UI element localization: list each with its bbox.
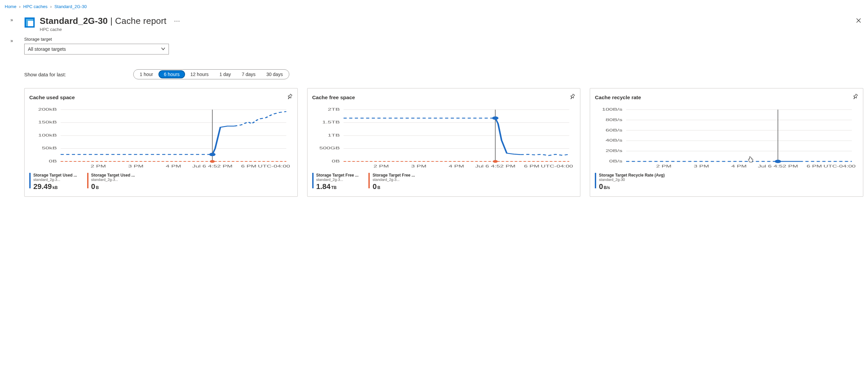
legend-item[interactable]: Storage Target Used ... standard_2g-3...… — [29, 173, 77, 191]
breadcrumb-home[interactable]: Home — [5, 4, 17, 9]
svg-text:4 PM: 4 PM — [166, 164, 181, 168]
breadcrumb-sep-icon: › — [19, 4, 21, 9]
metric-card: Cache free space 2TB1.5TB1TB500GB0B2 PM3… — [307, 88, 581, 197]
card-title: Cache free space — [312, 95, 355, 100]
chart-area[interactable]: 200kB150kB100kB50kB0B2 PM3 PM4 PM6 PMJul… — [29, 104, 293, 171]
chevron-down-icon — [161, 46, 165, 52]
more-actions-button[interactable]: ⋯ — [171, 16, 183, 26]
breadcrumb: Home › HPC caches › Standard_2G-30 — [5, 3, 863, 11]
pin-button[interactable] — [852, 94, 858, 101]
close-button[interactable] — [854, 16, 863, 26]
legend-color-bar — [29, 173, 31, 188]
metric-card: Cache used space 200kB150kB100kB50kB0B2 … — [24, 88, 298, 197]
svg-text:0B/s: 0B/s — [609, 159, 622, 163]
time-range-option[interactable]: 6 hours — [158, 70, 185, 78]
legend: Storage Target Free ... standard_2g-3...… — [312, 173, 576, 191]
page-title: Standard_2G-30 | Cache report — [40, 16, 166, 26]
expand-sidebar-icon[interactable]: » — [10, 38, 13, 197]
time-range-option[interactable]: 1 day — [214, 70, 236, 78]
legend-series-name: Storage Target Recycle Rate (Avg) — [599, 173, 664, 178]
storage-target-dropdown[interactable]: All storage targets — [24, 44, 169, 55]
svg-text:0B: 0B — [49, 159, 57, 163]
svg-point-15 — [209, 153, 216, 156]
card-title: Cache recycle rate — [595, 95, 641, 100]
svg-text:Jul 6 4:52 PM: Jul 6 4:52 PM — [758, 164, 798, 168]
legend-series-value: 29.49kB — [33, 182, 77, 191]
chart-area[interactable]: 100B/s80B/s60B/s40B/s20B/s0B/s2 PM3 PM4 … — [595, 104, 858, 171]
svg-text:2 PM: 2 PM — [656, 164, 672, 168]
legend-series-value: 0B — [372, 182, 415, 191]
svg-text:UTC-04:00: UTC-04:00 — [824, 164, 856, 168]
time-range-option[interactable]: 30 days — [261, 70, 288, 78]
legend-series-sub: standard_2g-3... — [33, 178, 77, 182]
time-range-selector: 1 hour6 hours12 hours1 day7 days30 days — [133, 69, 289, 80]
time-range-label: Show data for last: — [24, 72, 66, 77]
svg-text:150kB: 150kB — [38, 120, 57, 124]
legend-item[interactable]: Storage Target Free ... standard_2g-3...… — [368, 173, 415, 191]
svg-point-34 — [492, 116, 499, 120]
svg-text:6 PM: 6 PM — [241, 164, 256, 168]
legend-series-name: Storage Target Used ... — [91, 173, 135, 178]
svg-text:2TB: 2TB — [328, 107, 340, 111]
legend-series-value: 0B — [91, 182, 135, 191]
svg-text:UTC-04:00: UTC-04:00 — [541, 164, 573, 168]
svg-text:60B/s: 60B/s — [606, 128, 622, 132]
svg-text:3 PM: 3 PM — [694, 164, 709, 168]
breadcrumb-current[interactable]: Standard_2G-30 — [55, 4, 87, 9]
legend-series-value: 0B/s — [599, 182, 664, 191]
svg-point-35 — [493, 160, 498, 163]
time-range-option[interactable]: 7 days — [236, 70, 261, 78]
metric-card: Cache recycle rate 100B/s80B/s60B/s40B/s… — [590, 88, 863, 197]
legend-series-value: 1.84TB — [316, 182, 359, 191]
svg-text:3 PM: 3 PM — [128, 164, 144, 168]
svg-text:2 PM: 2 PM — [91, 164, 106, 168]
resource-type-icon — [24, 17, 35, 28]
chart-area[interactable]: 2TB1.5TB1TB500GB0B2 PM3 PM4 PM6 PMJul 6 … — [312, 104, 576, 171]
svg-text:500GB: 500GB — [319, 146, 340, 150]
pin-button[interactable] — [569, 94, 575, 101]
legend: Storage Target Used ... standard_2g-3...… — [29, 173, 293, 191]
legend-color-bar — [87, 173, 89, 188]
svg-text:80B/s: 80B/s — [606, 118, 622, 121]
svg-text:UTC-04:00: UTC-04:00 — [258, 164, 290, 168]
svg-text:40B/s: 40B/s — [606, 138, 622, 142]
svg-text:4 PM: 4 PM — [732, 164, 747, 168]
svg-point-55 — [775, 160, 781, 163]
title-section: Cache report — [115, 16, 166, 26]
page-subtitle: HPC cache — [40, 27, 166, 32]
legend-series-name: Storage Target Free ... — [316, 173, 359, 178]
legend: Storage Target Recycle Rate (Avg) standa… — [595, 173, 858, 191]
legend-color-bar — [595, 173, 596, 188]
breadcrumb-sep-icon: › — [50, 4, 52, 9]
svg-text:200kB: 200kB — [38, 107, 57, 111]
time-range-option[interactable]: 1 hour — [134, 70, 158, 78]
storage-target-selected: All storage targets — [28, 46, 66, 52]
svg-text:1TB: 1TB — [328, 133, 340, 137]
svg-text:1.5TB: 1.5TB — [322, 120, 340, 124]
svg-text:2 PM: 2 PM — [373, 164, 389, 168]
legend-color-bar — [368, 173, 370, 188]
svg-rect-2 — [26, 19, 33, 21]
time-range-option[interactable]: 12 hours — [185, 70, 214, 78]
svg-point-16 — [210, 160, 215, 163]
expand-menu-icon[interactable]: » — [10, 17, 13, 23]
legend-series-name: Storage Target Used ... — [33, 173, 77, 178]
legend-item[interactable]: Storage Target Recycle Rate (Avg) standa… — [595, 173, 664, 191]
svg-text:3 PM: 3 PM — [411, 164, 427, 168]
svg-text:4 PM: 4 PM — [448, 164, 464, 168]
legend-item[interactable]: Storage Target Used ... standard_2g-3...… — [87, 173, 135, 191]
legend-series-sub: standard_2g-3... — [316, 178, 359, 182]
svg-text:0B: 0B — [332, 159, 340, 163]
legend-item[interactable]: Storage Target Free ... standard_2g-3...… — [312, 173, 359, 191]
svg-text:6 PM: 6 PM — [807, 164, 822, 168]
card-title: Cache used space — [29, 95, 75, 100]
pin-button[interactable] — [287, 94, 293, 101]
svg-text:Jul 6 4:52 PM: Jul 6 4:52 PM — [475, 164, 516, 168]
storage-target-label: Storage target — [24, 37, 863, 42]
title-separator: | — [108, 16, 115, 26]
legend-color-bar — [312, 173, 314, 188]
svg-text:6 PM: 6 PM — [524, 164, 539, 168]
legend-series-sub: standard_2g-3... — [372, 178, 415, 182]
page-header: » Standard_2G-30 | Cache report HPC cach… — [5, 11, 863, 32]
breadcrumb-hpc-caches[interactable]: HPC caches — [23, 4, 48, 9]
